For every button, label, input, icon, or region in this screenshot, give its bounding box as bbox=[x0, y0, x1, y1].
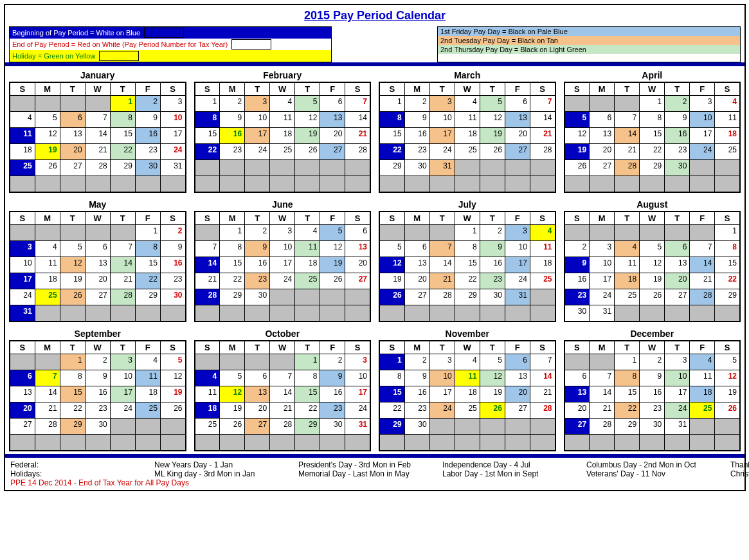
day-cell bbox=[245, 354, 270, 370]
day-cell: 31 bbox=[505, 289, 530, 305]
day-cell bbox=[10, 176, 35, 193]
month-name: May bbox=[9, 198, 186, 211]
dow-header: S bbox=[160, 212, 185, 225]
day-cell: 4 bbox=[295, 225, 320, 241]
day-cell bbox=[220, 435, 245, 451]
legend-item: End of Pay Period = Red on White (Pay Pe… bbox=[10, 39, 331, 50]
day-cell: 12 bbox=[564, 128, 590, 144]
day-cell: 18 bbox=[530, 257, 555, 273]
dow-header: T bbox=[429, 212, 455, 225]
calendar-table: SMTWTFS 12345678910111213141516171819202… bbox=[564, 340, 741, 451]
legend-text: Holiday = Green on Yellow bbox=[12, 52, 95, 60]
holiday-item: President's Day - 3rd Mon in Feb bbox=[298, 460, 427, 469]
day-cell: 4 bbox=[135, 354, 160, 370]
day-cell: 22 bbox=[195, 144, 220, 160]
day-cell: 11 bbox=[530, 241, 555, 257]
day-cell: 5 bbox=[35, 112, 60, 128]
calendar-table: SMTWTFS 12345678910111213141516171819202… bbox=[564, 82, 741, 193]
day-cell bbox=[295, 305, 320, 322]
dow-header: M bbox=[35, 82, 60, 96]
month-february: FebruarySMTWTFS1234567891011121314151617… bbox=[190, 66, 375, 195]
dow-header: F bbox=[135, 82, 160, 96]
day-cell bbox=[35, 96, 60, 112]
day-cell bbox=[320, 289, 345, 305]
dow-header: F bbox=[690, 82, 715, 96]
day-cell: 5 bbox=[220, 370, 245, 386]
day-cell bbox=[345, 176, 370, 193]
day-cell: 19 bbox=[480, 386, 505, 402]
day-cell bbox=[640, 225, 665, 241]
day-cell bbox=[110, 225, 135, 241]
day-cell bbox=[715, 419, 740, 435]
dow-header: W bbox=[455, 82, 480, 96]
day-cell: 7 bbox=[590, 370, 615, 386]
day-cell bbox=[60, 435, 85, 451]
day-cell: 29 bbox=[60, 419, 85, 435]
footer: Federal: Holidays: New Years Day - 1 Jan… bbox=[5, 458, 744, 490]
day-cell: 4 bbox=[690, 354, 715, 370]
day-cell bbox=[10, 225, 35, 241]
day-cell bbox=[295, 435, 320, 451]
dow-header: F bbox=[320, 341, 345, 354]
day-cell: 7 bbox=[690, 241, 715, 257]
day-cell bbox=[505, 435, 530, 451]
day-cell: 24 bbox=[110, 402, 135, 419]
day-cell bbox=[110, 305, 135, 322]
day-cell: 5 bbox=[564, 112, 590, 128]
day-cell: 27 bbox=[245, 419, 270, 435]
day-cell: 23 bbox=[320, 402, 345, 419]
day-cell: 8 bbox=[135, 241, 160, 257]
month-january: JanuarySMTWTFS 1234567891011121314151617… bbox=[5, 66, 190, 195]
day-cell: 25 bbox=[715, 144, 740, 160]
day-cell: 2 bbox=[665, 96, 690, 112]
day-cell: 1 bbox=[715, 225, 740, 241]
holiday-item: Christmas - 25 Dec bbox=[730, 469, 749, 478]
holiday-item: Memorial Day - Last Mon in May bbox=[298, 469, 427, 478]
day-cell: 7 bbox=[110, 241, 135, 257]
day-cell: 20 bbox=[345, 257, 370, 273]
day-cell bbox=[505, 305, 530, 322]
day-cell bbox=[60, 305, 85, 322]
dow-header: F bbox=[135, 212, 160, 225]
dow-header: W bbox=[85, 341, 110, 354]
day-cell bbox=[345, 289, 370, 305]
day-cell: 9 bbox=[160, 241, 185, 257]
day-cell: 23 bbox=[220, 144, 245, 160]
day-cell: 12 bbox=[640, 257, 665, 273]
day-cell: 9 bbox=[640, 370, 665, 386]
day-cell bbox=[640, 176, 665, 193]
footer-label: Federal: bbox=[10, 460, 139, 469]
day-cell: 18 bbox=[615, 273, 640, 289]
day-cell: 25 bbox=[295, 273, 320, 289]
month-september: SeptemberSMTWTFS 12345678910111213141516… bbox=[5, 325, 190, 454]
day-cell: 17 bbox=[10, 273, 35, 289]
day-cell: 27 bbox=[320, 144, 345, 160]
day-cell: 23 bbox=[135, 144, 160, 160]
day-cell: 1 bbox=[220, 225, 245, 241]
day-cell: 5 bbox=[480, 354, 505, 370]
dow-header: S bbox=[564, 212, 590, 225]
day-cell: 26 bbox=[35, 160, 60, 176]
day-cell: 23 bbox=[160, 273, 185, 289]
month-march: MarchSMTWTFS1234567891011121314151617181… bbox=[375, 66, 560, 195]
day-cell: 30 bbox=[85, 419, 110, 435]
day-cell: 16 bbox=[640, 386, 665, 402]
day-cell: 13 bbox=[505, 112, 530, 128]
legend-item: Beginning of Pay Period = White on Blue bbox=[10, 27, 331, 39]
day-cell: 25 bbox=[135, 402, 160, 419]
day-cell bbox=[564, 176, 590, 193]
day-cell: 11 bbox=[195, 386, 220, 402]
month-october: OctoberSMTWTFS 1234567891011121314151617… bbox=[190, 325, 375, 454]
calendar-table: SMTWTFS 12345678910111213141516171819202… bbox=[379, 211, 556, 322]
day-cell: 11 bbox=[270, 112, 295, 128]
day-cell: 17 bbox=[665, 386, 690, 402]
day-cell bbox=[160, 176, 185, 193]
day-cell bbox=[480, 419, 505, 435]
day-cell: 1 bbox=[455, 225, 480, 241]
day-cell: 22 bbox=[615, 402, 640, 419]
dow-header: S bbox=[195, 82, 220, 96]
day-cell: 24 bbox=[429, 144, 455, 160]
day-cell: 17 bbox=[270, 257, 295, 273]
legend-text: Beginning of Pay Period = White on Blue bbox=[12, 29, 140, 37]
day-cell: 13 bbox=[345, 241, 370, 257]
